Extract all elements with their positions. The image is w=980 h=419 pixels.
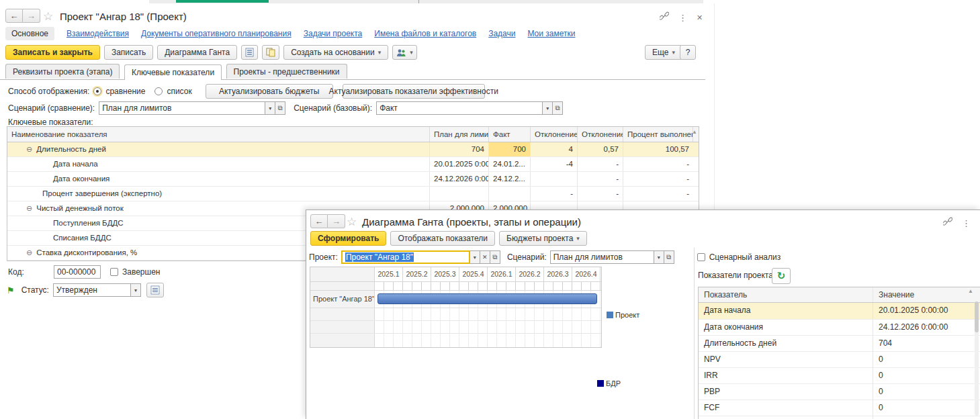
indicator-row[interactable]: IRR 0 xyxy=(699,368,980,384)
table-row[interactable]: ⊖Длительность дней 704 700 4 0,57 100,57 xyxy=(7,142,699,157)
more-menu-icon[interactable]: ⋮ xyxy=(962,218,971,228)
scenario-compare-dropdown-icon[interactable]: ▾ xyxy=(265,101,275,115)
nav-my-notes[interactable]: Мои заметки xyxy=(527,29,575,38)
scenario-compare-open-icon[interactable]: ⧉ xyxy=(275,101,285,115)
project-budgets-button[interactable]: Бюджеты проекта▾ xyxy=(499,231,587,246)
scenario-dropdown-icon[interactable]: ▾ xyxy=(654,250,664,264)
form-tabs: Реквизиты проекта (этапа) Ключевые показ… xyxy=(0,64,705,80)
gantt-chart-button[interactable]: Диаграмма Ганта xyxy=(157,45,237,60)
actualize-efficiency-button[interactable]: Актуализировать показатели эффективности xyxy=(343,84,485,99)
forward-button[interactable]: → xyxy=(328,214,345,228)
generate-button[interactable]: Сформировать xyxy=(310,231,386,246)
col-plan[interactable]: План для лимитов xyxy=(430,127,489,142)
scenario-base-dropdown-icon[interactable]: ▾ xyxy=(543,101,553,115)
scrollbar-thumb[interactable] xyxy=(975,301,979,332)
quarter-label: 2026.2 xyxy=(516,267,544,281)
scroll-up-icon[interactable]: ▲ xyxy=(968,288,973,294)
radio-list-label[interactable]: список xyxy=(167,87,191,96)
project-field[interactable]: Проект "Ангар 18" xyxy=(341,250,470,264)
col-deviation[interactable]: Отклонение xyxy=(531,127,578,142)
get-link-icon[interactable] xyxy=(943,217,952,229)
more-menu-icon[interactable]: ⋮ xyxy=(678,13,687,23)
indicator-row[interactable]: PI 0 xyxy=(699,416,980,419)
collapse-icon[interactable]: ⊖ xyxy=(26,248,32,257)
save-button[interactable]: Записать xyxy=(104,45,153,60)
col-value[interactable]: Значение xyxy=(873,287,980,302)
display-mode-row: Способ отображения: сравнение список Акт… xyxy=(8,84,485,99)
assign-performers-button[interactable]: ▾ xyxy=(392,45,417,60)
table-row[interactable]: Процент завершения (экспертно) - - - xyxy=(7,187,699,201)
get-link-icon[interactable] xyxy=(660,11,669,24)
gantt-project-bar[interactable] xyxy=(377,293,597,304)
window-controls: ⋮ ✕ xyxy=(660,11,703,24)
col-name[interactable]: Наименование показателя xyxy=(7,127,430,142)
chevron-down-icon: ▾ xyxy=(576,236,580,242)
create-based-on-button[interactable]: Создать на основании▾ xyxy=(283,45,388,60)
scenario-compare-field[interactable]: План для лимитов xyxy=(99,101,265,115)
indicator-row[interactable]: Дата начала 20.01.2025 0:00:00 xyxy=(699,303,980,320)
tab-key-indicators[interactable]: Ключевые показатели xyxy=(124,64,222,80)
nav-interactions[interactable]: Взаимодействия xyxy=(66,29,129,38)
nav-project-tasks[interactable]: Задачи проекта xyxy=(304,29,363,38)
completed-label[interactable]: Завершен xyxy=(122,267,160,277)
radio-list[interactable] xyxy=(154,87,163,95)
show-indicators-button[interactable]: Отображать показатели xyxy=(390,231,495,246)
more-actions-button[interactable]: Еще▾ xyxy=(645,45,682,60)
refresh-button[interactable]: ↻ xyxy=(772,268,791,284)
table-row[interactable]: Дата начала 20.01.2025 0:00... 24.01.2..… xyxy=(7,157,699,172)
forward-button[interactable]: → xyxy=(23,9,40,23)
favorite-star-icon[interactable]: ☆ xyxy=(43,9,53,24)
nav-operational-docs[interactable]: Документы оперативного планирования xyxy=(141,29,292,38)
indicators-scrollbar[interactable] xyxy=(975,301,979,416)
gantt-project-row[interactable]: Проект "Ангар 18" xyxy=(310,291,601,308)
status-dropdown-icon[interactable]: ▾ xyxy=(131,283,141,297)
completed-checkbox[interactable] xyxy=(110,268,118,276)
scenario-label: Сценарий: xyxy=(507,252,547,262)
scenario-base-field[interactable]: Факт xyxy=(376,101,543,115)
col-deviation-pct[interactable]: Отклонение,% xyxy=(578,127,623,142)
project-dropdown-icon[interactable]: ▾ xyxy=(470,250,480,264)
indicator-row[interactable]: NPV 0 xyxy=(699,352,980,368)
status-field[interactable]: Утвержден xyxy=(53,283,131,297)
table-row[interactable]: Дата окончания 24.12.2026 0:00... 24.12.… xyxy=(7,172,699,187)
back-button[interactable]: ← xyxy=(310,214,328,228)
save-and-close-button[interactable]: Записать и закрыть xyxy=(5,45,100,60)
nav-file-names[interactable]: Имена файлов и каталогов xyxy=(374,29,476,38)
window-title: Проект "Ангар 18" (Проект) xyxy=(60,11,187,22)
indicator-row[interactable]: FCF 0 xyxy=(699,400,980,416)
col-fact[interactable]: Факт xyxy=(489,127,531,142)
radio-compare[interactable] xyxy=(93,87,101,95)
collapse-icon[interactable]: ⊖ xyxy=(26,204,32,212)
project-label: Проект: xyxy=(309,252,338,262)
indicator-row[interactable]: PBP 0 xyxy=(699,384,980,400)
copy-structure-icon-button[interactable] xyxy=(262,45,279,60)
col-indicator[interactable]: Показатель xyxy=(699,287,873,302)
nav-main[interactable]: Основное xyxy=(5,27,54,40)
report-icon-button[interactable] xyxy=(241,45,258,60)
project-clear-icon[interactable]: ✕ xyxy=(480,250,490,264)
scenario-analysis-label[interactable]: Сценарный анализ xyxy=(709,252,781,262)
favorite-star-icon[interactable]: ☆ xyxy=(347,215,357,229)
code-field[interactable]: 00-000000 xyxy=(54,265,101,279)
gantt-month-ticks xyxy=(310,282,601,291)
tab-predecessors[interactable]: Проекты - предшественники xyxy=(226,64,347,79)
collapse-icon[interactable]: ⊖ xyxy=(26,145,32,153)
panel-splitter[interactable] xyxy=(694,248,695,419)
nav-tasks[interactable]: Задачи xyxy=(488,29,515,38)
back-button[interactable]: ← xyxy=(5,9,23,23)
close-icon[interactable]: ✕ xyxy=(697,13,703,22)
scenario-open-icon[interactable]: ⧉ xyxy=(664,250,674,264)
indicator-row[interactable]: Длительность дней 704 xyxy=(699,336,980,352)
scenario-analysis-checkbox[interactable] xyxy=(697,253,705,261)
col-completion-pct[interactable]: Процент выполнения xyxy=(623,127,693,142)
scroll-up-icon[interactable]: ▲ xyxy=(692,129,697,135)
actualize-budgets-button[interactable]: Актуализировать бюджеты xyxy=(206,84,333,99)
tab-requisites[interactable]: Реквизиты проекта (этапа) xyxy=(5,64,120,79)
help-button[interactable]: ? xyxy=(680,45,696,60)
project-open-icon[interactable]: ⧉ xyxy=(490,250,500,264)
radio-compare-label[interactable]: сравнение xyxy=(105,87,145,96)
indicator-row[interactable]: Дата окончания 24.12.2026 0:00:00 xyxy=(699,320,980,336)
status-history-button[interactable] xyxy=(146,283,164,297)
scenario-field[interactable]: План для лимитов xyxy=(550,250,654,264)
scenario-base-open-icon[interactable]: ⧉ xyxy=(553,101,563,115)
